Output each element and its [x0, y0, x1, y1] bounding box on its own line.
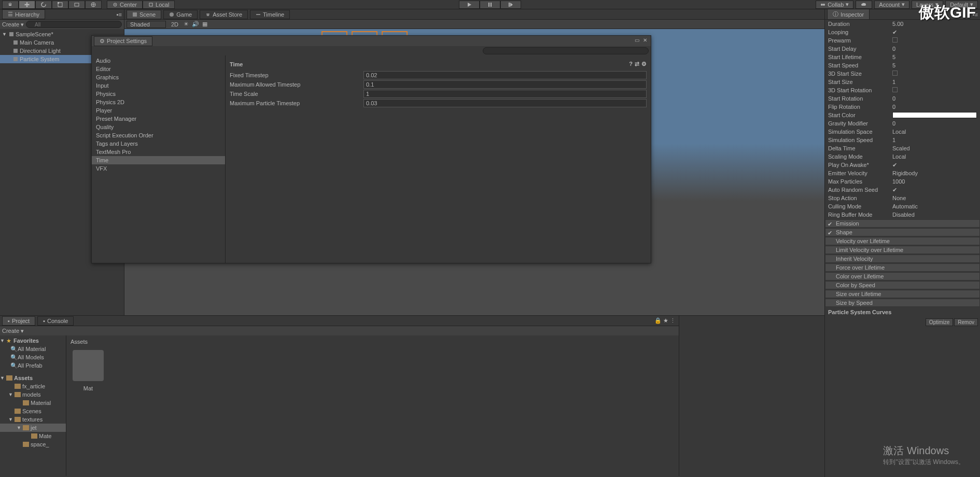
- settings-category[interactable]: Preset Manager: [92, 115, 225, 123]
- particle-module[interactable]: ✔Shape: [825, 228, 980, 236]
- breadcrumb[interactable]: Assets: [68, 338, 677, 346]
- help-icon[interactable]: ?: [629, 61, 633, 67]
- property-value[interactable]: 0: [892, 120, 895, 127]
- settings-category[interactable]: Physics 2D: [92, 98, 225, 106]
- fx-toggle[interactable]: ▦: [202, 21, 207, 27]
- settings-category[interactable]: Time: [92, 156, 225, 164]
- checkbox-checked[interactable]: ✔: [892, 162, 897, 168]
- settings-search-input[interactable]: [483, 47, 649, 54]
- property-value[interactable]: 1000: [892, 178, 905, 185]
- particle-module[interactable]: Velocity over Lifetime: [825, 237, 980, 245]
- module-checkbox[interactable]: [828, 238, 833, 244]
- assets-row[interactable]: ▼Assets: [0, 374, 66, 382]
- property-value[interactable]: 5: [892, 54, 895, 60]
- folder-item[interactable]: fx_article: [0, 382, 66, 390]
- panel-menu-icon[interactable]: ▪≡: [117, 11, 122, 18]
- module-checkbox[interactable]: [828, 300, 833, 305]
- property-value[interactable]: Local: [892, 129, 906, 135]
- settings-category[interactable]: Player: [92, 106, 225, 115]
- checkbox-checked[interactable]: ✔: [892, 29, 897, 35]
- module-checkbox[interactable]: ✔: [828, 221, 833, 226]
- optimize-button[interactable]: Optimize: [926, 318, 953, 326]
- step-button[interactable]: [500, 1, 521, 9]
- settings-category[interactable]: VFX: [92, 164, 225, 173]
- property-value[interactable]: None: [892, 195, 906, 201]
- particle-module[interactable]: Force over Lifetime: [825, 263, 980, 272]
- module-checkbox[interactable]: [828, 283, 833, 288]
- property-input[interactable]: [363, 99, 647, 107]
- property-value[interactable]: 5: [892, 62, 895, 68]
- hierarchy-search-input[interactable]: [26, 21, 122, 28]
- project-tab[interactable]: ▪Project: [2, 316, 35, 326]
- favorite-item[interactable]: 🔍All Models: [0, 353, 66, 361]
- settings-category[interactable]: Quality: [92, 123, 225, 131]
- foldout-icon[interactable]: ▼: [2, 32, 8, 37]
- folder-item[interactable]: Scenes: [0, 407, 66, 415]
- pivot-local-button[interactable]: Local: [143, 1, 175, 9]
- settings-category[interactable]: Physics: [92, 90, 225, 98]
- property-value[interactable]: Disabled: [892, 212, 915, 218]
- property-value[interactable]: Local: [892, 153, 906, 160]
- gear-icon[interactable]: ⚙: [641, 61, 647, 67]
- settings-category[interactable]: Tags and Layers: [92, 139, 225, 148]
- property-value[interactable]: 1: [892, 137, 895, 143]
- game-tab[interactable]: Game: [163, 10, 198, 19]
- pivot-center-button[interactable]: Center: [107, 1, 143, 9]
- module-checkbox[interactable]: [828, 247, 833, 252]
- audio-toggle[interactable]: 🔊: [192, 21, 199, 27]
- particle-module[interactable]: Size by Speed: [825, 299, 980, 307]
- checkbox-unchecked[interactable]: [892, 87, 898, 92]
- pause-button[interactable]: [480, 1, 500, 9]
- settings-category[interactable]: Script Execution Order: [92, 131, 225, 139]
- checkbox-unchecked[interactable]: [892, 37, 898, 43]
- module-checkbox[interactable]: [828, 274, 833, 279]
- property-value[interactable]: 0: [892, 46, 895, 52]
- timeline-tab[interactable]: Timeline: [250, 10, 290, 19]
- play-button[interactable]: [459, 1, 480, 9]
- foldout-icon[interactable]: ▼: [17, 425, 23, 430]
- settings-tab[interactable]: ⚙Project Settings: [94, 36, 152, 46]
- particle-module[interactable]: ✔Emission: [825, 219, 980, 228]
- favorite-item[interactable]: 🔍All Material: [0, 345, 66, 353]
- property-value[interactable]: Automatic: [892, 203, 918, 209]
- asset-thumbnail[interactable]: [73, 350, 104, 381]
- property-input[interactable]: [363, 90, 647, 98]
- property-value[interactable]: 1: [892, 79, 895, 85]
- checkbox-unchecked[interactable]: [892, 71, 898, 76]
- 2d-toggle[interactable]: 2D: [169, 21, 180, 27]
- property-input[interactable]: [363, 80, 647, 89]
- particle-module[interactable]: Color by Speed: [825, 281, 980, 289]
- console-tab[interactable]: ▪Console: [37, 316, 74, 326]
- property-value[interactable]: 5.00: [892, 21, 903, 27]
- settings-category[interactable]: TextMesh Pro: [92, 148, 225, 156]
- folder-item[interactable]: Material: [0, 399, 66, 407]
- move-tool[interactable]: [19, 1, 35, 9]
- account-dropdown[interactable]: Account▾: [874, 1, 909, 9]
- rotate-tool[interactable]: [35, 1, 52, 9]
- preset-icon[interactable]: ⇄: [635, 61, 639, 67]
- shading-dropdown[interactable]: Shaded: [127, 21, 166, 28]
- module-checkbox[interactable]: ✔: [828, 230, 833, 235]
- panel-options[interactable]: 🔒 ★ ⋮: [654, 317, 676, 324]
- particle-module[interactable]: Inherit Velocity: [825, 255, 980, 263]
- module-checkbox[interactable]: [828, 265, 833, 270]
- collab-dropdown[interactable]: Collab▾: [816, 1, 853, 9]
- favorite-item[interactable]: 🔍All Prefab: [0, 361, 66, 370]
- folder-item[interactable]: ▼jet: [0, 424, 66, 432]
- create-dropdown[interactable]: Create ▾: [2, 21, 24, 28]
- foldout-icon[interactable]: ▼: [8, 392, 15, 397]
- settings-category[interactable]: Input: [92, 81, 225, 90]
- particle-module[interactable]: Color over Lifetime: [825, 272, 980, 280]
- cloud-button[interactable]: [856, 1, 872, 9]
- property-value[interactable]: 0: [892, 104, 895, 110]
- close-icon[interactable]: ✕: [641, 37, 649, 45]
- asset-store-tab[interactable]: Asset Store: [200, 10, 248, 19]
- scale-tool[interactable]: [52, 1, 68, 9]
- property-value[interactable]: Scaled: [892, 145, 910, 151]
- settings-category[interactable]: Audio: [92, 57, 225, 65]
- curves-area[interactable]: [825, 327, 980, 389]
- property-input[interactable]: [363, 71, 647, 79]
- folder-item[interactable]: ▼textures: [0, 415, 66, 424]
- module-checkbox[interactable]: [828, 256, 833, 261]
- favorites-row[interactable]: ▼★Favorites: [0, 336, 66, 345]
